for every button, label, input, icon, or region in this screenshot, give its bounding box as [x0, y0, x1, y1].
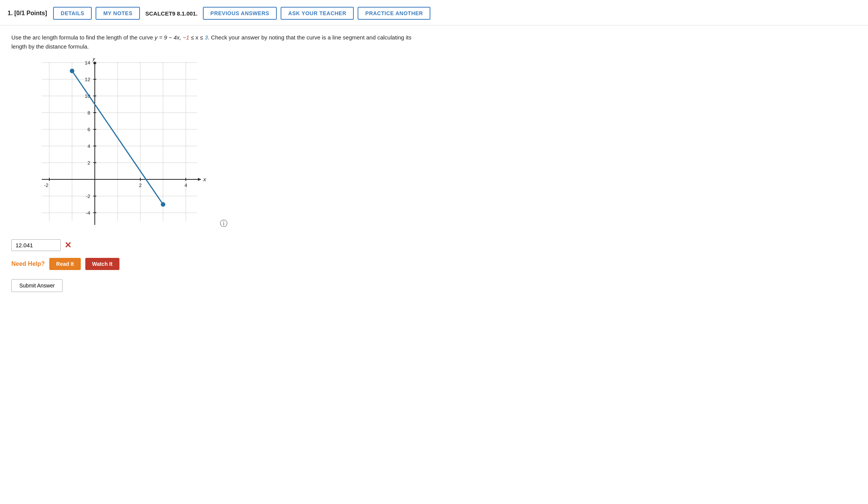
- y-axis-label: y: [92, 58, 96, 61]
- wrong-icon: ✕: [64, 240, 71, 250]
- need-help-row: Need Help? Read It Watch It: [11, 258, 857, 270]
- ask-teacher-button[interactable]: ASK YOUR TEACHER: [281, 7, 354, 20]
- svg-marker-18: [198, 178, 201, 181]
- problem-text: Use the arc length formula to find the l…: [11, 33, 429, 51]
- svg-text:2: 2: [88, 160, 90, 166]
- submit-button[interactable]: Submit Answer: [11, 279, 63, 292]
- practice-another-button[interactable]: PRACTICE ANOTHER: [358, 7, 430, 20]
- svg-text:14: 14: [85, 60, 90, 66]
- scalcet-label: SCALCET9 8.1.001.: [145, 10, 198, 17]
- content-area: Use the arc length formula to find the l…: [0, 25, 868, 300]
- svg-text:6: 6: [88, 127, 90, 132]
- svg-text:-2: -2: [86, 193, 90, 199]
- problem-label: 1. [0/1 Points]: [8, 10, 47, 17]
- problem-text-part1: Use the arc length formula to find the l…: [11, 34, 155, 41]
- graph-container: x y -2 2 4 14 12: [34, 58, 857, 232]
- svg-text:8: 8: [88, 110, 90, 116]
- svg-text:12: 12: [85, 77, 90, 82]
- answer-input[interactable]: [11, 239, 61, 251]
- x-axis-label: x: [203, 176, 206, 182]
- graph-svg: x y -2 2 4 14 12: [34, 58, 216, 232]
- details-button[interactable]: DETAILS: [53, 7, 92, 20]
- svg-text:4: 4: [184, 182, 187, 188]
- submit-row: Submit Answer: [11, 279, 857, 292]
- need-help-label: Need Help?: [11, 261, 45, 267]
- svg-text:2: 2: [139, 182, 141, 188]
- svg-point-46: [161, 202, 165, 207]
- problem-range-red1: −1: [183, 34, 189, 41]
- svg-text:-4: -4: [86, 210, 90, 216]
- my-notes-button[interactable]: MY NOTES: [96, 7, 140, 20]
- problem-equation: y = 9 − 4x,: [155, 34, 181, 41]
- previous-answers-button[interactable]: PREVIOUS ANSWERS: [203, 7, 277, 20]
- svg-point-45: [70, 69, 74, 73]
- svg-text:-2: -2: [44, 182, 49, 188]
- header-bar: 1. [0/1 Points] DETAILS MY NOTES SCALCET…: [0, 0, 868, 25]
- problem-text-part3: ≤ x ≤: [189, 34, 205, 41]
- answer-row: ✕: [11, 239, 857, 251]
- problem-range-blue: 3: [205, 34, 208, 41]
- info-icon[interactable]: ⓘ: [220, 218, 228, 229]
- graph-wrapper: x y -2 2 4 14 12: [34, 58, 216, 232]
- svg-text:4: 4: [88, 143, 90, 149]
- watch-it-button[interactable]: Watch It: [85, 258, 119, 270]
- read-it-button[interactable]: Read It: [49, 258, 81, 270]
